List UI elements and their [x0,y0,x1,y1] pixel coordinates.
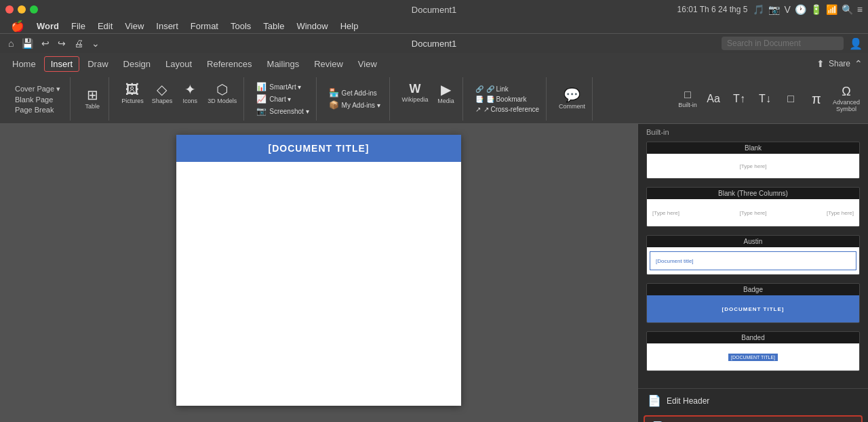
get-addins-button[interactable]: 🏪 Get Add-ins [326,87,383,98]
view-menu[interactable]: View [119,20,149,33]
battery-icon[interactable]: 🔋 [810,4,822,15]
advanced-symbol-btn[interactable]: Ω AdvancedSymbol [830,84,863,114]
tab-review[interactable]: Review [307,56,350,72]
siri-icon[interactable]: 🎵 [753,4,764,15]
text-down-btn[interactable]: T↓ [753,92,777,106]
template-austin[interactable]: Austin [Document title] [646,235,860,275]
blank-page-btn[interactable]: Blank Page [12,95,63,104]
template-blank[interactable]: Blank [Type here] [646,142,860,179]
close-button[interactable] [5,5,14,14]
models3d-label: 3D Models [208,98,237,104]
wikipedia-button[interactable]: W Wikipedia [399,81,431,104]
builtin-button[interactable]: □ Built-in [675,88,700,110]
table-menu[interactable]: Table [258,20,290,33]
edit-menu[interactable]: Edit [92,20,118,33]
undo-qa-btn[interactable]: ↩ [39,37,52,50]
tab-draw[interactable]: Draw [81,56,115,72]
tab-insert[interactable]: Insert [44,56,80,72]
template-blank-preview: [Type here] [647,154,859,178]
search-input[interactable] [722,37,844,50]
chart-label: Chart ▾ [269,96,291,103]
link-button[interactable]: 🔗 🔗 Link [473,85,542,93]
equation-btn[interactable]: π [804,91,829,107]
help-menu[interactable]: Help [335,20,364,33]
screenshot-button[interactable]: 📷 Screenshot ▾ [254,106,311,117]
insert-menu[interactable]: Insert [151,20,184,33]
document-body [176,162,461,365]
template-banded[interactable]: Banded [DOCUMENT TITLE] [646,331,860,371]
toolbar-group-addins: 🏪 Get Add-ins 📦 My Add-ins ▾ [322,77,390,121]
cross-reference-button[interactable]: ↗ ↗ Cross-reference [473,105,542,114]
save-qa-btn[interactable]: 💾 [19,37,36,50]
apple-menu[interactable]: 🍎 [5,18,30,34]
user-icon[interactable]: 👤 [849,37,863,50]
clock-icon[interactable]: 🕐 [795,4,806,15]
toolbar-group-pages: Cover Page ▾ Blank Page Page Break [5,77,71,121]
tab-references[interactable]: References [200,56,258,72]
models3d-button[interactable]: ⬡ 3D Models [205,81,239,106]
my-addins-button[interactable]: 📦 My Add-ins ▾ [326,100,383,110]
shapes-button[interactable]: ◇ Shapes [149,81,176,106]
word-menu[interactable]: Word [31,20,64,33]
file-menu[interactable]: File [66,20,91,33]
media-button[interactable]: ▶ Media [434,81,458,106]
verizon-icon[interactable]: V [784,4,790,15]
pictures-icon: 🖼 [125,83,139,96]
smartart-label: SmartArt ▾ [269,83,301,91]
links-group: 🔗 🔗 Link 📑 📑 Bookmark ↗ ↗ Cross-referenc… [473,85,542,114]
shapes-label: Shapes [152,98,173,104]
tab-layout[interactable]: Layout [159,56,199,72]
text-box-btn[interactable]: □ [778,92,803,106]
dropdown-qa-btn[interactable]: ⌄ [89,37,102,50]
tab-mailings[interactable]: Mailings [260,56,307,72]
page-break-btn[interactable]: Page Break [12,105,63,114]
pictures-button[interactable]: 🖼 Pictures [119,81,146,106]
table-button[interactable]: ⊞ Table [80,87,104,111]
maximize-button[interactable] [30,5,38,14]
tools-menu[interactable]: Tools [225,20,256,33]
home-qa-btn[interactable]: ⌂ [5,37,16,50]
search-icon[interactable]: 🔍 [842,4,853,15]
format-menu[interactable]: Format [185,20,224,33]
time-display: 16:01 Th 6 24 thg 5 [677,5,748,14]
collapse-ribbon-icon[interactable]: ⌃ [854,58,863,69]
austin-inner: [Document title] [650,251,856,270]
document: [DOCUMENT TITLE] [176,135,461,406]
text-aa-icon: Aa [707,93,720,104]
template-badge[interactable]: Badge [DOCUMENT TITLE] [646,283,860,323]
window-menu[interactable]: Window [291,20,333,33]
my-addins-label: My Add-ins ▾ [342,102,380,109]
comment-button[interactable]: 💬 Comment [556,87,588,111]
chart-button[interactable]: 📈 Chart ▾ [254,93,311,104]
share-button[interactable]: Share [829,59,850,68]
toolbar-group-links: 🔗 🔗 Link 📑 📑 Bookmark ↗ ↗ Cross-referenc… [469,77,547,121]
icons-button[interactable]: ✦ Icons [178,81,202,106]
cross-ref-icon: ↗ [475,106,481,113]
text-format-btn[interactable]: Aa [701,92,726,106]
tab-view[interactable]: View [351,56,384,72]
icons-icon: ✦ [184,83,196,96]
template-three-col[interactable]: Blank (Three Columns) [Type here] [Type … [646,187,860,227]
bookmark-button[interactable]: 📑 📑 Bookmark [473,95,542,104]
cover-page-btn[interactable]: Cover Page ▾ [12,84,63,94]
quick-access-bar: ⌂ 💾 ↩ ↪ 🖨 ⌄ Document1 👤 [0,34,868,53]
panel-actions: 📄 Edit Header 📄 Remove Header [638,388,868,422]
smartart-icon: 📊 [256,82,267,91]
notif-icon[interactable]: ≡ [857,4,863,15]
tab-home[interactable]: Home [5,56,43,72]
print-qa-btn[interactable]: 🖨 [71,37,86,50]
remove-header-action[interactable]: 📄 Remove Header [644,415,863,422]
redo-qa-btn[interactable]: ↪ [55,37,68,50]
tab-design[interactable]: Design [117,56,157,72]
text-up-btn[interactable]: T↑ [727,92,751,106]
badge-title: [DOCUMENT TITLE] [722,306,785,312]
smartart-button[interactable]: 📊 SmartArt ▾ [254,81,311,92]
link-label: 🔗 Link [486,85,509,93]
facetime-icon[interactable]: 📷 [768,4,780,15]
edit-header-action[interactable]: 📄 Edit Header [638,389,868,413]
blank-type-here: [Type here] [739,163,766,169]
template-austin-name: Austin [647,236,859,247]
text-up-icon: T↑ [733,93,745,104]
wifi-icon[interactable]: 📶 [826,4,837,15]
minimize-button[interactable] [18,5,26,14]
